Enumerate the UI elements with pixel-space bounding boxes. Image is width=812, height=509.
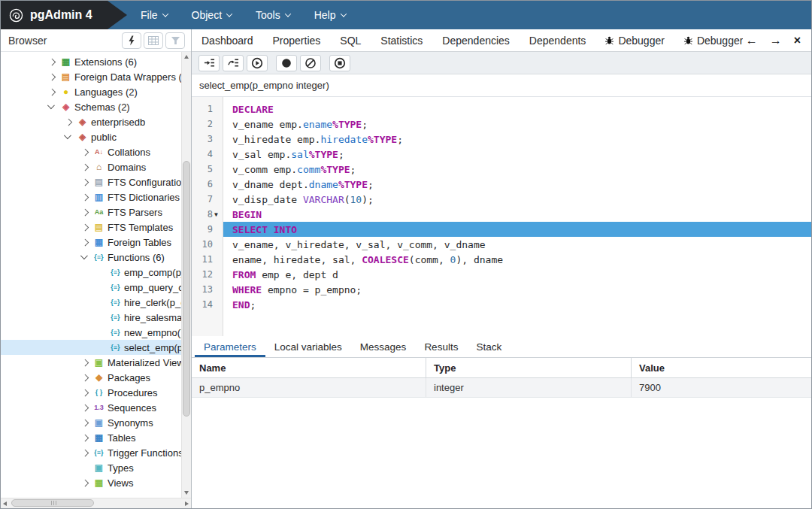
query-tool-button[interactable] [122,32,141,49]
tab-results[interactable]: Results [415,336,467,357]
line-number[interactable]: 7 [192,192,223,207]
stop-button[interactable] [329,55,350,71]
tab-back-button[interactable]: ← [746,35,758,47]
tree-item-public[interactable]: ◈public [1,129,191,144]
chevron-right-icon[interactable] [80,195,92,200]
chevron-down-icon[interactable] [80,256,92,259]
chevron-right-icon[interactable] [47,59,59,65]
chevron-right-icon[interactable] [80,240,92,245]
tree-item-tables[interactable]: ▦Tables [1,430,191,445]
scroll-right-arrow-icon[interactable] [185,501,189,506]
scroll-left-arrow-icon[interactable] [3,501,7,506]
tree-item-fts-dictionaries[interactable]: ▥FTS Dictionaries [1,189,191,205]
code-text[interactable]: v_disp_date VARCHAR(10); [223,192,811,207]
clear-all-breakpoints-button[interactable] [300,55,321,71]
line-number[interactable]: 2 [192,117,223,132]
code-text[interactable]: v_ename emp.ename%TYPE; [223,117,811,132]
code-text[interactable]: SELECT INTO [223,222,811,237]
tab-debugger-2[interactable]: Debugger [674,29,743,51]
code-text[interactable]: DECLARE [223,101,811,117]
code-text[interactable]: v_comm emp.comm%TYPE; [223,162,811,177]
menu-file[interactable]: File [141,9,168,21]
line-number[interactable]: 1 [192,101,223,117]
chevron-right-icon[interactable] [80,225,92,230]
table-row[interactable]: p_empnointeger7900 [192,378,811,398]
chevron-right-icon[interactable] [47,89,59,95]
tree-item-functions-6[interactable]: {≡}Functions (6) [1,250,191,265]
tab-sql[interactable]: SQL [330,29,371,51]
code-text[interactable]: BEGIN [223,207,811,222]
tab-statistics[interactable]: Statistics [371,29,432,51]
tree-item-types[interactable]: ▣Types [1,460,191,475]
code-text[interactable]: v_sal emp.sal%TYPE; [223,147,811,162]
line-number[interactable]: 6 [192,177,223,192]
tree-item-select-emp-p-e[interactable]: {≡}select_emp(p_e [1,340,191,355]
chevron-right-icon[interactable] [47,74,59,80]
tree-item-schemas-2[interactable]: ◈Schemas (2) [1,99,191,114]
step-into-button[interactable] [198,55,220,71]
tab-forward-button[interactable]: → [770,35,782,47]
tree-horizontal-scrollbar[interactable] [1,498,191,508]
chevron-right-icon[interactable] [64,120,76,125]
tree-item-emp-comp-p-s[interactable]: {≡}emp_comp(p_s [1,265,191,280]
code-text[interactable]: WHERE empno = p_empno; [223,282,811,297]
tree-item-foreign-data-wrappers-2[interactable]: ▤Foreign Data Wrappers (2) [1,69,191,84]
chevron-right-icon[interactable] [80,435,92,441]
tree-item-new-empno[interactable]: {≡}new_empno() [1,325,191,340]
menu-tools[interactable]: Tools [256,9,290,21]
filter-button[interactable] [165,32,185,49]
tree-item-sequences[interactable]: 1.3Sequences [1,400,191,415]
code-text[interactable]: v_hiredate emp.hiredate%TYPE; [223,132,811,147]
horizontal-scroll-thumb[interactable] [11,499,94,507]
tree-item-procedures[interactable]: { }Procedures [1,385,191,400]
chevron-right-icon[interactable] [80,420,92,426]
tree-item-trigger-functions[interactable]: {≡}Trigger Functions [1,445,191,460]
tab-debugger-1[interactable]: Debugger [595,29,674,51]
tree-item-enterprisedb[interactable]: ◈enterprisedb [1,114,191,129]
tree-item-hire-clerk-p-en[interactable]: {≡}hire_clerk(p_en [1,295,191,310]
line-number[interactable]: 13 [192,282,223,297]
vertical-scroll-thumb[interactable] [183,161,190,417]
code-text[interactable]: END; [223,297,811,312]
line-number[interactable]: 4 [192,147,223,162]
tree-item-views[interactable]: ▦Views [1,475,191,490]
continue-button[interactable] [247,55,268,71]
tree-item-fts-configurations[interactable]: ▤FTS Configurations [1,174,191,189]
chevron-right-icon[interactable] [80,165,92,170]
tree-item-fts-parsers[interactable]: AaFTS Parsers [1,205,191,220]
tab-local-variables[interactable]: Local variables [265,336,351,357]
tab-close-button[interactable]: × [794,35,801,47]
menu-object[interactable]: Object [192,9,232,21]
code-editor[interactable]: 1DECLARE2v_ename emp.ename%TYPE;3v_hired… [192,97,811,336]
chevron-right-icon[interactable] [80,480,92,486]
tab-parameters[interactable]: Parameters [195,336,265,357]
tree-item-materialized-views[interactable]: ▣Materialized Views [1,355,191,370]
chevron-right-icon[interactable] [80,150,92,155]
code-text[interactable]: v_ename, v_hiredate, v_sal, v_comm, v_dn… [223,237,811,252]
tab-dependents[interactable]: Dependents [520,29,596,51]
code-text[interactable]: ename, hiredate, sal, COALESCE(comm, 0),… [223,252,811,267]
chevron-right-icon[interactable] [80,210,92,215]
line-number[interactable]: 10 [192,237,223,252]
code-text[interactable]: v_dname dept.dname%TYPE; [223,177,811,192]
view-data-button[interactable] [144,32,163,49]
scroll-down-arrow-icon[interactable] [184,491,189,495]
tree-item-extensions-6[interactable]: ▦Extensions (6) [1,54,191,69]
tree-vertical-scrollbar[interactable] [181,52,191,498]
tree-item-collations[interactable]: A↓Collations [1,144,191,159]
line-number[interactable]: 8▼ [192,207,223,222]
code-text[interactable]: FROM emp e, dept d [223,267,811,282]
chevron-right-icon[interactable] [80,375,92,380]
step-over-button[interactable] [223,55,244,71]
scroll-up-arrow-icon[interactable] [184,55,189,59]
tree-item-fts-templates[interactable]: ▤FTS Templates [1,220,191,235]
chevron-down-icon[interactable] [47,105,59,108]
line-number[interactable]: 9 [192,222,223,237]
tree-item-packages[interactable]: ◆Packages [1,370,191,385]
line-number[interactable]: 3 [192,132,223,147]
menu-help[interactable]: Help [314,9,346,21]
chevron-right-icon[interactable] [80,360,92,365]
line-number[interactable]: 14 [192,297,223,312]
tab-properties[interactable]: Properties [263,29,331,51]
line-number[interactable]: 11 [192,252,223,267]
